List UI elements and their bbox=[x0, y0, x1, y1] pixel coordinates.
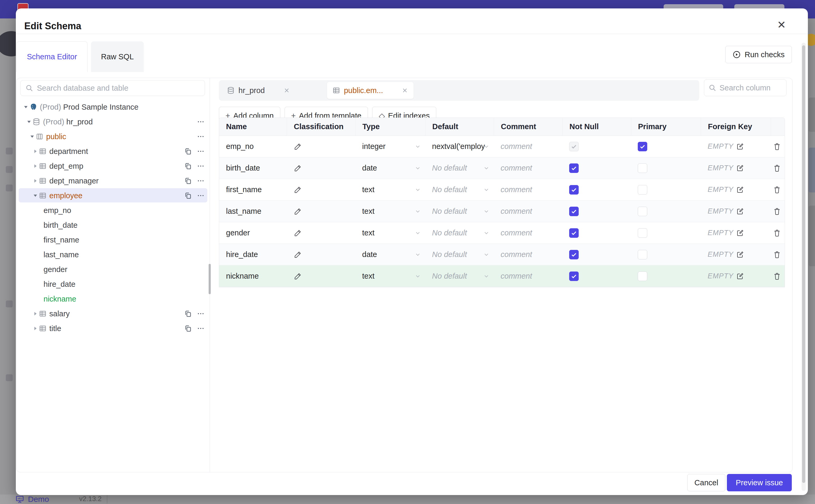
pencil-icon[interactable] bbox=[293, 207, 302, 216]
tree-item-birth-date[interactable]: birth_date bbox=[17, 218, 210, 232]
close-tab-icon[interactable] bbox=[283, 87, 290, 94]
demo-link[interactable]: Demo bbox=[15, 495, 49, 504]
tree-item-hr-prod[interactable]: (Prod)hr_prod bbox=[17, 114, 210, 129]
cancel-button[interactable]: Cancel bbox=[687, 474, 725, 491]
tree-item-salary[interactable]: salary bbox=[17, 306, 210, 321]
comment-input[interactable]: comment bbox=[494, 265, 562, 287]
pencil-icon[interactable] bbox=[293, 229, 302, 237]
primary-checkbox[interactable] bbox=[638, 250, 647, 259]
caret-down-icon[interactable] bbox=[32, 193, 39, 198]
caret-down-icon[interactable] bbox=[22, 104, 29, 110]
more-icon[interactable] bbox=[197, 118, 205, 126]
edit-square-icon[interactable] bbox=[736, 251, 744, 259]
caret-right-icon[interactable] bbox=[32, 326, 39, 331]
copy-icon[interactable] bbox=[184, 324, 192, 332]
pencil-icon[interactable] bbox=[293, 272, 302, 280]
default-select[interactable]: No default bbox=[425, 265, 494, 287]
more-icon[interactable] bbox=[197, 133, 205, 140]
comment-input[interactable]: comment bbox=[494, 201, 562, 222]
tab-raw-sql[interactable]: Raw SQL bbox=[91, 41, 144, 72]
tree-item-title[interactable]: title bbox=[17, 321, 210, 336]
default-select[interactable]: No default bbox=[425, 157, 494, 179]
tree-search-input[interactable]: Search database and table bbox=[20, 80, 205, 96]
caret-right-icon[interactable] bbox=[32, 148, 39, 154]
copy-icon[interactable] bbox=[184, 177, 192, 185]
trash-icon[interactable] bbox=[773, 186, 781, 194]
tree-item-nickname[interactable]: nickname bbox=[17, 292, 210, 306]
comment-input[interactable]: comment bbox=[494, 157, 562, 179]
primary-checkbox[interactable] bbox=[638, 272, 647, 281]
edit-square-icon[interactable] bbox=[736, 186, 744, 194]
modal-scrollbar[interactable] bbox=[802, 43, 806, 491]
tree-item-gender[interactable]: gender bbox=[17, 262, 210, 277]
comment-input[interactable]: comment bbox=[494, 222, 562, 244]
editor-tab-hr-prod[interactable]: hr_prod bbox=[221, 82, 295, 99]
more-icon[interactable] bbox=[197, 310, 205, 318]
not-null-checkbox[interactable] bbox=[569, 185, 579, 195]
caret-down-icon[interactable] bbox=[26, 119, 32, 125]
run-checks-button[interactable]: Run checks bbox=[725, 46, 792, 63]
more-icon[interactable] bbox=[197, 162, 205, 170]
default-select[interactable]: No default bbox=[425, 179, 494, 200]
caret-right-icon[interactable] bbox=[32, 311, 39, 317]
column-name-cell[interactable]: emp_no bbox=[219, 136, 287, 157]
default-select[interactable]: No default bbox=[425, 222, 494, 244]
copy-icon[interactable] bbox=[184, 147, 192, 155]
caret-down-icon[interactable] bbox=[29, 134, 36, 139]
tree-item-emp-no[interactable]: emp_no bbox=[17, 203, 210, 218]
trash-icon[interactable] bbox=[773, 164, 781, 172]
default-select[interactable]: nextval('employ bbox=[425, 136, 494, 157]
preview-issue-button[interactable]: Preview issue bbox=[727, 474, 792, 491]
type-select[interactable]: text bbox=[355, 222, 425, 244]
primary-checkbox[interactable] bbox=[638, 142, 647, 151]
tree-item-dept-manager[interactable]: dept_manager bbox=[17, 173, 210, 188]
default-select[interactable]: No default bbox=[425, 201, 494, 222]
pencil-icon[interactable] bbox=[293, 142, 302, 151]
type-select[interactable]: integer bbox=[355, 136, 425, 157]
copy-icon[interactable] bbox=[184, 162, 192, 170]
trash-icon[interactable] bbox=[773, 207, 781, 216]
comment-input[interactable]: comment bbox=[494, 179, 562, 200]
column-name-cell[interactable]: hire_date bbox=[219, 244, 287, 265]
more-icon[interactable] bbox=[197, 147, 205, 155]
edit-square-icon[interactable] bbox=[736, 164, 744, 172]
primary-checkbox[interactable] bbox=[638, 207, 647, 216]
trash-icon[interactable] bbox=[773, 142, 781, 151]
editor-tab-public-em-[interactable]: public.em... bbox=[327, 82, 414, 99]
close-icon[interactable]: ✕ bbox=[776, 19, 787, 31]
primary-checkbox[interactable] bbox=[638, 228, 647, 238]
tree-item-hire-date[interactable]: hire_date bbox=[17, 277, 210, 292]
tab-schema-editor[interactable]: Schema Editor bbox=[16, 41, 88, 72]
edit-square-icon[interactable] bbox=[736, 272, 744, 280]
pencil-icon[interactable] bbox=[293, 164, 302, 172]
tree-item-prod-sample-instance[interactable]: (Prod)Prod Sample Instance bbox=[17, 100, 210, 114]
trash-icon[interactable] bbox=[773, 272, 781, 280]
tree-item-public[interactable]: public bbox=[17, 129, 210, 144]
type-select[interactable]: date bbox=[355, 244, 425, 265]
classification-cell[interactable] bbox=[287, 244, 355, 265]
column-search-input[interactable]: Search column bbox=[704, 79, 787, 96]
type-select[interactable]: text bbox=[355, 179, 425, 200]
type-select[interactable]: date bbox=[355, 157, 425, 179]
pencil-icon[interactable] bbox=[293, 186, 302, 194]
more-icon[interactable] bbox=[197, 192, 205, 200]
tree-item-employee[interactable]: employee bbox=[17, 188, 210, 203]
edit-square-icon[interactable] bbox=[736, 229, 744, 237]
modal-scrollbar-thumb[interactable] bbox=[802, 45, 805, 483]
classification-cell[interactable] bbox=[287, 136, 355, 157]
more-icon[interactable] bbox=[197, 177, 205, 185]
tree-item-first-name[interactable]: first_name bbox=[17, 232, 210, 247]
primary-checkbox[interactable] bbox=[638, 185, 647, 195]
type-select[interactable]: text bbox=[355, 201, 425, 222]
column-name-cell[interactable]: last_name bbox=[219, 201, 287, 222]
not-null-checkbox[interactable] bbox=[569, 250, 579, 259]
edit-square-icon[interactable] bbox=[736, 143, 744, 151]
trash-icon[interactable] bbox=[773, 229, 781, 237]
close-tab-icon[interactable] bbox=[401, 87, 408, 94]
caret-right-icon[interactable] bbox=[32, 163, 39, 169]
primary-checkbox[interactable] bbox=[638, 163, 647, 173]
column-name-cell[interactable]: gender bbox=[219, 222, 287, 244]
tree-item-dept-emp[interactable]: dept_emp bbox=[17, 159, 210, 173]
column-name-cell[interactable]: birth_date bbox=[219, 157, 287, 179]
tree-item-department[interactable]: department bbox=[17, 144, 210, 159]
